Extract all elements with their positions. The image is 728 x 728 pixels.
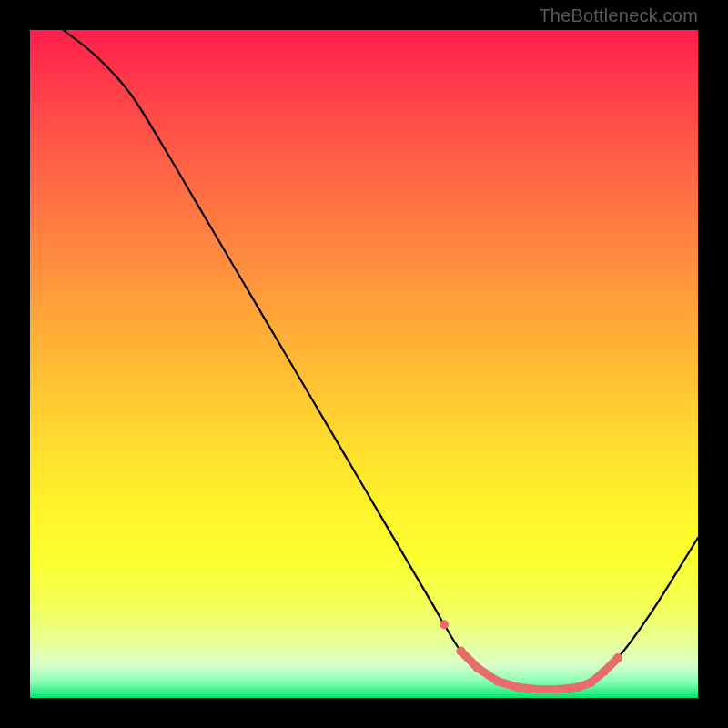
trough-dot <box>493 677 502 686</box>
bottleneck-curve <box>64 30 698 690</box>
trough-dot <box>533 685 542 694</box>
trough-dot <box>513 682 522 692</box>
trough-dot <box>440 620 449 629</box>
curve-group <box>64 30 698 694</box>
attribution-text: TheBottleneck.com <box>539 5 698 26</box>
dotted-segment <box>440 620 622 694</box>
trough-dot <box>553 685 562 694</box>
chart-svg <box>30 30 698 698</box>
trough-dot <box>600 667 609 676</box>
trough-dot <box>573 682 582 692</box>
trough-dot <box>587 678 596 687</box>
plot-area <box>30 30 698 698</box>
trough-dot <box>473 663 482 672</box>
chart-container: TheBottleneck.com <box>0 0 728 728</box>
trough-dot <box>456 647 465 656</box>
trough-dot <box>613 653 622 662</box>
